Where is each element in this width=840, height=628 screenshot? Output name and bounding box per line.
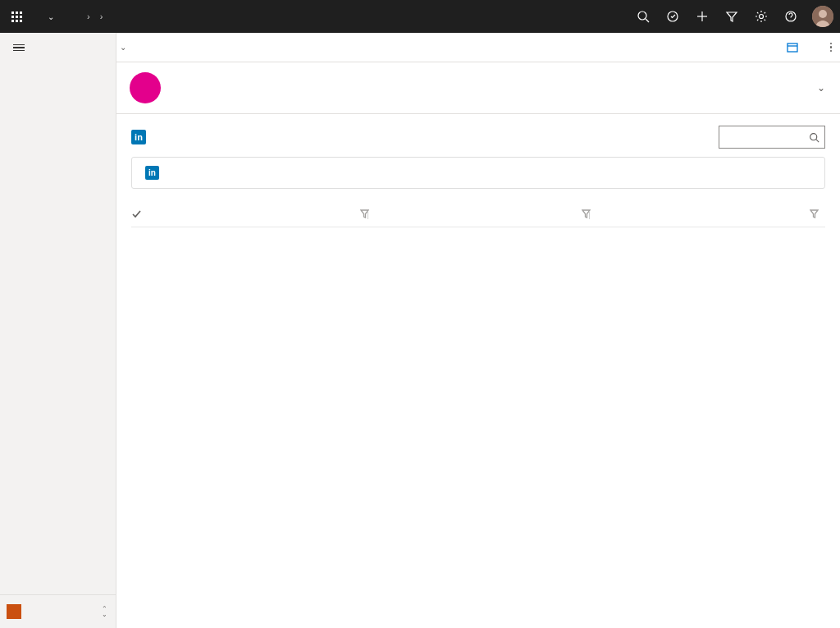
expand-button[interactable]: ⌄ [817,82,825,94]
global-header: ⌄ › › [0,0,840,33]
company-profile-panel: in [131,157,825,189]
search-records-input[interactable] [719,126,825,149]
record-avatar [130,72,161,103]
list-icon [786,41,799,54]
gear-icon[interactable] [746,0,776,33]
add-to-marketing-list-button[interactable] [786,41,804,54]
chevron-down-icon[interactable]: ⌄ [43,12,59,21]
breadcrumb: › › [82,11,628,21]
help-icon[interactable] [776,0,806,33]
sidebar: ⌃⌄ [0,33,116,628]
select-all-checkbox[interactable] [131,209,162,222]
app-badge [7,604,21,619]
svg-line-12 [816,139,819,141]
svg-point-0 [638,11,646,20]
search-icon [809,132,819,143]
more-commands-icon[interactable] [830,43,833,53]
filter-icon[interactable] [717,0,746,33]
waffle-icon [11,11,22,22]
linkedin-icon: in [131,130,146,144]
svg-point-11 [810,133,817,140]
svg-point-8 [819,10,827,18]
svg-rect-9 [788,44,797,52]
plus-icon[interactable] [687,0,717,33]
svg-point-5 [760,15,764,19]
main: ⌄ [116,33,840,628]
task-icon[interactable] [658,0,687,33]
user-avatar[interactable] [812,6,833,27]
command-bar: ⌄ [116,33,840,62]
svg-point-2 [668,11,678,21]
section-header: in [131,126,825,149]
linkedin-icon: in [145,166,159,180]
filter-icon[interactable] [810,209,819,221]
chevron-down-icon[interactable]: ⌄ [120,43,126,52]
col-growth[interactable] [597,209,825,221]
hamburger-icon [13,43,25,53]
col-persona[interactable] [162,209,376,221]
col-count[interactable] [376,209,597,221]
svg-line-1 [646,19,649,22]
chevron-updown-icon: ⌃⌄ [102,606,107,617]
header-actions [628,0,840,33]
search-icon[interactable] [628,0,658,33]
app-launcher[interactable] [0,11,33,22]
record-header: ⌄ [116,62,840,113]
grid-header [131,204,825,227]
app-settings-switcher[interactable]: ⌃⌄ [0,595,116,628]
sidebar-toggle[interactable] [0,33,116,62]
